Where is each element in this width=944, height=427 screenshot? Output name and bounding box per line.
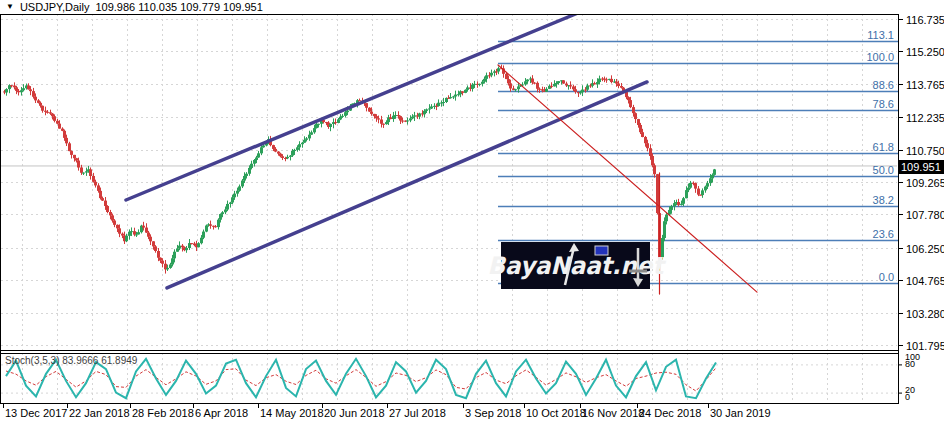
svg-text:61.8: 61.8 xyxy=(873,141,894,153)
svg-text:101.795: 101.795 xyxy=(906,340,944,352)
svg-text:100.0: 100.0 xyxy=(866,51,894,63)
svg-text:16 Nov 2018: 16 Nov 2018 xyxy=(582,407,644,419)
svg-text:110.750: 110.750 xyxy=(906,145,944,157)
svg-text:30 Jan 2019: 30 Jan 2019 xyxy=(710,407,771,419)
svg-text:38.2: 38.2 xyxy=(873,194,894,206)
watermark: BayaNaat.net xyxy=(501,242,650,289)
svg-text:28 Feb 2018: 28 Feb 2018 xyxy=(132,407,194,419)
svg-text:109.265: 109.265 xyxy=(906,177,944,189)
svg-text:20 Jun 2018: 20 Jun 2018 xyxy=(324,407,385,419)
svg-text:113.765: 113.765 xyxy=(906,79,944,91)
svg-text:22 Jan 2018: 22 Jan 2018 xyxy=(69,407,130,419)
watermark-arrows-icon xyxy=(501,242,650,289)
svg-text:13 Dec 2017: 13 Dec 2017 xyxy=(5,407,67,419)
svg-text:23.6: 23.6 xyxy=(873,228,894,240)
svg-text:115.250: 115.250 xyxy=(906,46,944,58)
svg-text:113.1: 113.1 xyxy=(867,29,894,41)
stochastic-indicator-label: Stoch(3,5,3) 83.9666 61.8949 xyxy=(5,355,137,366)
svg-text:78.6: 78.6 xyxy=(873,98,894,110)
svg-text:14 May 2018: 14 May 2018 xyxy=(260,407,324,419)
svg-text:104.765: 104.765 xyxy=(906,275,944,287)
current-price-badge: 109.951 xyxy=(899,160,944,174)
ohlc-values: 109.986 110.035 109.779 109.951 xyxy=(95,1,262,13)
chart-window[interactable]: 113.1100.088.678.661.850.038.223.60.0116… xyxy=(0,0,944,427)
svg-text:103.280: 103.280 xyxy=(906,308,944,320)
chevron-down-icon[interactable]: ▼ xyxy=(6,2,14,12)
svg-text:24 Dec 2018: 24 Dec 2018 xyxy=(639,407,701,419)
chart-title: ▼ USDJPY,Daily 109.986 110.035 109.779 1… xyxy=(6,1,263,13)
svg-text:10 Oct 2018: 10 Oct 2018 xyxy=(526,407,586,419)
svg-text:0: 0 xyxy=(905,392,910,402)
svg-text:50.0: 50.0 xyxy=(873,164,894,176)
chart-canvas[interactable]: 113.1100.088.678.661.850.038.223.60.0116… xyxy=(0,0,944,427)
svg-text:27 Jul 2018: 27 Jul 2018 xyxy=(389,407,446,419)
svg-text:106.250: 106.250 xyxy=(906,243,944,255)
svg-text:6 Apr 2018: 6 Apr 2018 xyxy=(195,407,248,419)
svg-text:0.0: 0.0 xyxy=(879,271,894,283)
svg-text:88.6: 88.6 xyxy=(873,79,894,91)
symbol-period-label: USDJPY,Daily xyxy=(20,1,90,13)
svg-text:80: 80 xyxy=(905,359,915,369)
svg-text:116.735: 116.735 xyxy=(906,14,944,26)
svg-text:112.235: 112.235 xyxy=(906,112,944,124)
svg-text:107.780: 107.780 xyxy=(906,209,944,221)
svg-text:3 Sep 2018: 3 Sep 2018 xyxy=(465,407,521,419)
